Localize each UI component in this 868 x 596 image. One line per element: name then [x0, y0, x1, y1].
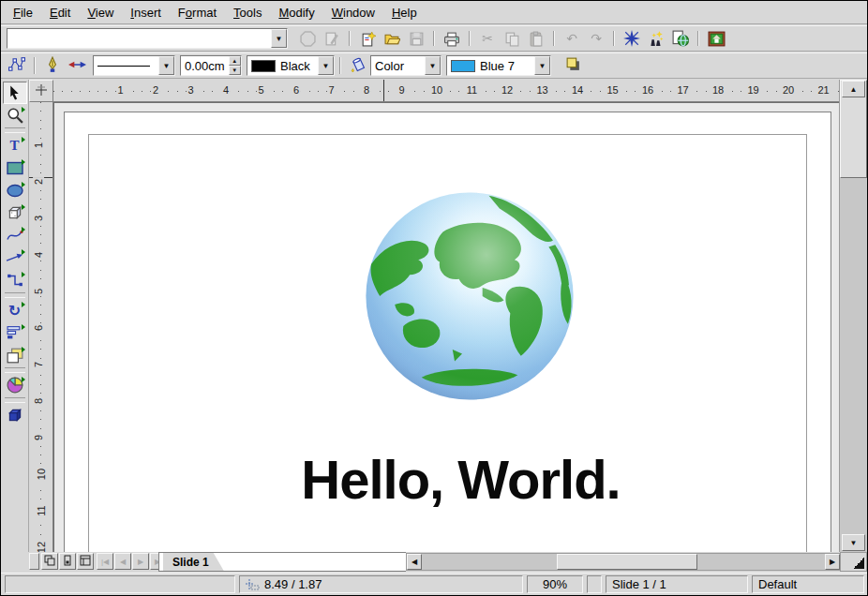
gallery-button[interactable] — [705, 27, 727, 50]
scroll-right-button[interactable]: ▶ — [825, 554, 840, 570]
arrow-tool-icon — [6, 251, 23, 264]
alignment-tool[interactable] — [3, 321, 27, 344]
menu-format[interactable]: Format — [170, 3, 225, 22]
menu-view[interactable]: View — [79, 3, 122, 22]
drawing-canvas[interactable]: Hello, World. — [53, 102, 839, 552]
connector-tool[interactable] — [3, 269, 27, 291]
line-style-select[interactable]: ▼ — [93, 55, 175, 76]
rectangle-tool[interactable] — [3, 156, 27, 179]
menu-file[interactable]: File — [5, 3, 41, 22]
paste-button[interactable] — [525, 27, 547, 50]
new-document-button[interactable] — [356, 27, 379, 50]
curve-tool[interactable] — [3, 224, 27, 246]
next-icon: ▶ — [138, 558, 143, 566]
ruler-origin-button[interactable] — [29, 80, 53, 102]
chevron-down-icon[interactable]: ▼ — [318, 56, 334, 75]
zoom-button[interactable] — [645, 27, 667, 50]
copy-icon — [504, 31, 520, 47]
copy-button[interactable] — [501, 27, 523, 50]
window-resize-grip[interactable] — [840, 552, 867, 572]
spin-up-icon[interactable]: ▲ — [229, 56, 241, 66]
status-page-style-field[interactable]: Default — [752, 575, 864, 593]
scroll-down-button[interactable]: ▼ — [842, 534, 865, 551]
edit-file-button[interactable] — [321, 27, 343, 50]
text-tool[interactable]: T — [3, 134, 27, 156]
vertical-scrollbar[interactable]: ▲ ▼ — [839, 80, 867, 552]
fill-color-swatch — [451, 60, 475, 72]
shadow-button[interactable] — [561, 54, 584, 77]
menu-window[interactable]: Window — [323, 3, 383, 22]
line-width-value[interactable]: 0.00cm — [181, 56, 229, 75]
zoom-tool[interactable] — [3, 104, 27, 127]
url-dropdown-button[interactable]: ▼ — [271, 29, 287, 48]
slide-title-text[interactable]: Hello, World. — [91, 448, 831, 511]
menu-insert[interactable]: Insert — [122, 3, 170, 22]
h-ruler-number: 4 — [221, 84, 231, 96]
cut-button[interactable]: ✂ — [476, 27, 499, 50]
tabbar-splitter[interactable] — [29, 553, 39, 570]
save-button[interactable] — [405, 27, 427, 50]
3d-objects-tool[interactable] — [3, 201, 27, 224]
stop-loading-button[interactable] — [296, 27, 319, 50]
chevron-down-icon[interactable]: ▼ — [158, 56, 174, 75]
chevron-down-icon[interactable]: ▼ — [534, 56, 550, 75]
menu-modify[interactable]: Modify — [270, 3, 322, 22]
view-mode-slide-button[interactable] — [41, 553, 58, 570]
view-mode-notes-button[interactable] — [59, 553, 76, 570]
arrow-style-button[interactable] — [66, 54, 88, 77]
menu-edit[interactable]: Edit — [41, 3, 79, 22]
status-zoom-field[interactable]: 90% — [527, 575, 583, 593]
stop-icon — [300, 31, 316, 47]
insert-tool[interactable] — [3, 374, 27, 396]
insert-icon — [7, 377, 23, 394]
url-input[interactable] — [11, 32, 267, 46]
scroll-left-button[interactable]: ◀ — [407, 554, 422, 570]
previous-icon: ◀ — [120, 558, 126, 566]
fill-style-select[interactable]: Color ▼ — [370, 55, 441, 76]
view-mode-handout-button[interactable] — [77, 553, 94, 570]
line-color-select[interactable]: Black ▼ — [247, 55, 335, 76]
undo-button[interactable]: ↶ — [561, 27, 583, 50]
previous-slide-button[interactable]: ◀ — [114, 553, 131, 570]
ellipse-tool[interactable] — [3, 179, 27, 201]
h-ruler-number: 10 — [429, 84, 444, 96]
v-ruler-number: 8 — [33, 396, 44, 406]
scroll-up-button[interactable]: ▲ — [842, 81, 865, 97]
globe-image[interactable] — [363, 189, 576, 403]
line-width-stepper[interactable]: 0.00cm ▲▼ — [180, 55, 242, 76]
menu-tools[interactable]: Tools — [225, 3, 270, 22]
chevron-down-icon[interactable]: ▼ — [425, 56, 441, 75]
first-slide-button[interactable]: |◀ — [97, 553, 113, 570]
fill-color-select[interactable]: Blue 7 ▼ — [446, 55, 551, 76]
hyperlink-dialog-button[interactable] — [669, 27, 692, 50]
effects-tool[interactable] — [3, 404, 27, 426]
h-ruler-number: 21 — [816, 84, 831, 96]
open-button[interactable] — [381, 27, 403, 50]
hyperlink-icon — [672, 30, 689, 47]
slide-page[interactable]: Hello, World. — [64, 112, 831, 552]
shadow-icon — [565, 56, 581, 75]
edit-points-button[interactable] — [6, 54, 28, 77]
next-slide-button[interactable]: ▶ — [132, 553, 149, 570]
spin-down-icon[interactable]: ▼ — [229, 66, 241, 75]
navigator-button[interactable] — [621, 27, 643, 50]
print-button[interactable] — [441, 27, 463, 50]
separator — [337, 55, 344, 76]
h-ruler-number: 2 — [151, 84, 160, 96]
print-icon — [443, 31, 460, 47]
horizontal-ruler[interactable]: 123456789101112131415161718192021 — [53, 80, 841, 102]
text-icon: T — [9, 138, 19, 154]
redo-button[interactable]: ↷ — [585, 27, 607, 50]
area-dialog-button[interactable] — [347, 54, 369, 77]
url-combobox[interactable]: ▼ — [7, 28, 288, 49]
horizontal-scroll-thumb[interactable] — [557, 554, 697, 570]
lines-arrows-tool[interactable] — [3, 246, 27, 269]
vertical-ruler[interactable]: 123456789101112 — [29, 102, 53, 552]
tab-slide-1[interactable]: Slide 1 — [163, 553, 224, 571]
select-tool[interactable] — [3, 82, 27, 104]
line-dialog-button[interactable] — [41, 54, 64, 77]
arrange-tool[interactable] — [3, 344, 27, 366]
menu-help[interactable]: Help — [383, 3, 426, 22]
rotate-tool[interactable]: ↻ — [3, 299, 27, 321]
horizontal-scrollbar[interactable]: ◀ ▶ — [406, 553, 841, 571]
